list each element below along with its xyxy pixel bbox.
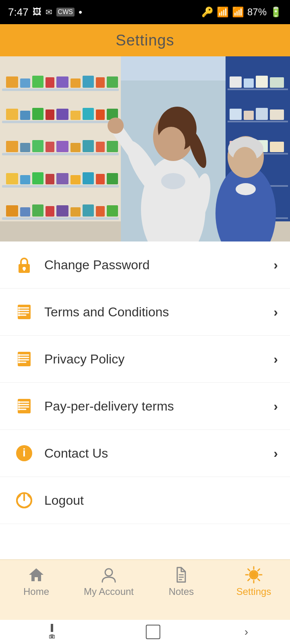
nav-notes-label: Notes [169, 586, 194, 597]
status-right: 🔑 📶 📶 87% 🔋 [201, 6, 282, 18]
svg-rect-60 [256, 76, 268, 88]
contact-us-label: Contact Us [44, 446, 273, 461]
change-password-chevron: › [273, 258, 278, 272]
svg-text:i: i [23, 446, 26, 459]
svg-point-80 [161, 173, 185, 189]
svg-rect-58 [230, 76, 242, 88]
svg-rect-46 [46, 206, 54, 217]
svg-rect-36 [32, 172, 44, 184]
svg-rect-23 [96, 109, 105, 120]
home-icon [27, 566, 45, 584]
svg-rect-43 [6, 205, 18, 217]
svg-rect-41 [96, 174, 105, 184]
svg-point-108 [18, 361, 20, 363]
svg-rect-16 [6, 109, 18, 120]
svg-point-116 [18, 406, 20, 408]
nav-settings[interactable]: Settings [218, 566, 290, 597]
svg-rect-7 [6, 76, 18, 88]
svg-rect-12 [70, 78, 81, 88]
cms-icon: CWS [56, 8, 75, 17]
svg-rect-34 [6, 173, 18, 184]
nav-notes[interactable]: Notes [145, 566, 218, 597]
svg-rect-15 [107, 76, 118, 88]
svg-point-106 [18, 357, 20, 359]
svg-rect-21 [70, 111, 81, 120]
svg-point-128 [251, 572, 256, 577]
svg-point-97 [18, 310, 20, 312]
svg-rect-39 [70, 175, 81, 184]
contact-us-item[interactable]: i Contact Us › [0, 430, 290, 477]
svg-rect-38 [56, 173, 68, 184]
android-home-btn[interactable] [146, 625, 160, 639]
svg-rect-62 [230, 109, 242, 120]
svg-rect-51 [107, 205, 118, 217]
settings-icon [245, 566, 263, 584]
pay-per-delivery-label: Pay-per-delivery terms [44, 399, 273, 414]
terms-icon [12, 300, 36, 324]
privacy-icon [12, 347, 36, 371]
nav-my-account[interactable]: My Account [72, 566, 145, 597]
svg-point-78 [157, 127, 185, 159]
battery-icon: 🔋 [270, 6, 282, 18]
privacy-policy-item[interactable]: Privacy Policy › [0, 336, 290, 383]
svg-rect-32 [96, 142, 105, 152]
svg-rect-29 [56, 141, 68, 152]
svg-point-114 [18, 401, 20, 403]
svg-point-99 [18, 314, 20, 316]
svg-rect-8 [20, 78, 30, 88]
android-back-btn[interactable]: ‹ [244, 625, 248, 638]
svg-point-98 [18, 312, 20, 314]
svg-rect-3 [2, 121, 119, 123]
nav-home[interactable]: Home [0, 566, 72, 597]
svg-rect-44 [20, 207, 30, 217]
svg-rect-2 [2, 89, 119, 91]
svg-rect-109 [18, 399, 31, 413]
notes-icon [172, 566, 190, 584]
privacy-policy-label: Privacy Policy [44, 352, 273, 367]
svg-rect-91 [18, 305, 31, 319]
svg-rect-5 [2, 185, 119, 188]
nav-settings-label: Settings [236, 586, 271, 597]
my-account-icon [100, 566, 118, 584]
pay-per-delivery-item[interactable]: Pay-per-delivery terms › [0, 383, 290, 430]
svg-rect-61 [270, 77, 284, 88]
dot-icon: • [79, 6, 82, 19]
svg-point-82 [108, 118, 124, 134]
svg-rect-37 [46, 174, 54, 184]
svg-rect-11 [56, 76, 68, 88]
battery-text: 87% [247, 6, 267, 18]
key-icon: 🔑 [201, 6, 213, 18]
android-recent-btn[interactable] [42, 624, 62, 640]
svg-rect-26 [20, 143, 30, 152]
terms-conditions-label: Terms and Conditions [44, 305, 273, 320]
lock-icon [12, 253, 36, 277]
svg-rect-42 [107, 173, 118, 184]
recent-apps-icon [46, 634, 58, 640]
svg-point-86 [233, 147, 257, 175]
svg-rect-45 [32, 204, 44, 217]
svg-rect-59 [244, 78, 254, 88]
change-password-item[interactable]: Change Password › [0, 242, 290, 289]
svg-point-105 [18, 354, 20, 356]
svg-rect-54 [228, 121, 288, 122]
status-left: 7:47 🖼 ✉ CWS • [8, 6, 82, 19]
terms-conditions-item[interactable]: Terms and Conditions › [0, 289, 290, 336]
svg-rect-6 [2, 217, 119, 220]
svg-rect-28 [46, 142, 54, 152]
svg-point-96 [18, 307, 20, 309]
svg-rect-19 [46, 109, 54, 120]
signal-icon: 📶 [232, 6, 244, 18]
terms-conditions-chevron: › [273, 305, 278, 320]
gallery-icon: 🖼 [33, 7, 41, 17]
delivery-terms-icon [12, 394, 36, 418]
svg-rect-64 [256, 108, 268, 120]
svg-rect-4 [2, 153, 119, 155]
svg-rect-69 [270, 142, 284, 152]
svg-rect-9 [32, 76, 44, 88]
logout-item[interactable]: Logout [0, 477, 290, 524]
svg-rect-18 [32, 108, 44, 120]
time: 7:47 [8, 6, 29, 19]
page-title: Settings [116, 32, 174, 49]
svg-point-122 [105, 569, 112, 576]
svg-rect-20 [56, 109, 68, 120]
